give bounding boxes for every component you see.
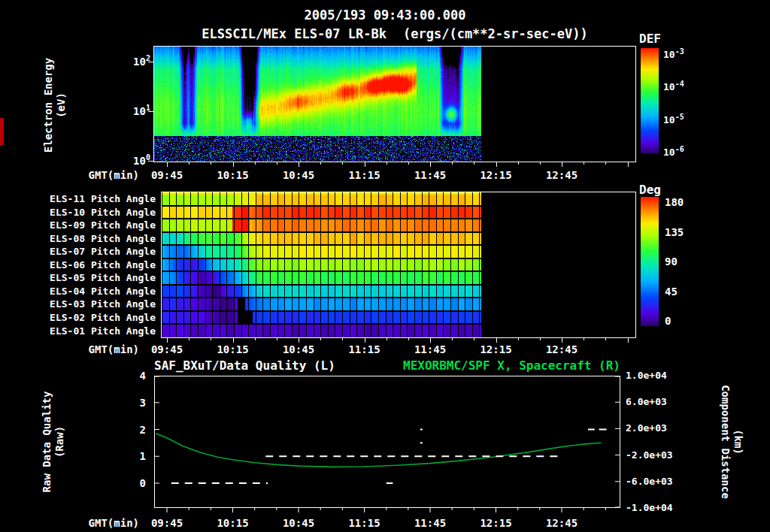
- left-edge-artifact: [0, 118, 4, 145]
- axis-tick: [518, 338, 519, 340]
- axis-tick: [255, 162, 256, 165]
- axis-tick: [342, 162, 343, 165]
- axis-tick: [540, 162, 541, 165]
- x-axis-label: GMT(min): [77, 169, 139, 181]
- pitch-row-label: ELS-06 Pitch Angle: [30, 259, 156, 271]
- axis-tick: [365, 338, 365, 343]
- axis-tick: [167, 162, 168, 167]
- energy-y-tick-label: 102: [117, 54, 150, 68]
- x-axis-label: GMT(min): [77, 517, 139, 529]
- axis-tick: [562, 338, 562, 343]
- axis-tick: [562, 162, 562, 167]
- axis-tick: [255, 338, 256, 340]
- raw-quality-axis-label-line1: Raw Data Quality: [41, 352, 53, 532]
- instrument-title: ELSSCIL/MEx ELS-07 LR-Bk: [202, 26, 387, 41]
- pitch-row-label: ELS-10 Pitch Angle: [30, 207, 156, 218]
- axis-tick: [233, 162, 234, 167]
- axis-tick: [628, 338, 629, 343]
- axis-tick: [211, 338, 211, 340]
- energy-y-tick-label: 101: [117, 104, 150, 117]
- colorbar-def-tick-label: 10-5: [663, 113, 704, 125]
- axis-tick: [320, 338, 321, 340]
- energy-axis-label-line1: Electron Energy: [42, 15, 55, 195]
- axis-tick: [277, 338, 277, 340]
- x-tick-label: 10:15: [200, 343, 266, 355]
- colorbar-deg-tick-label: 180: [665, 196, 695, 208]
- axis-tick: [474, 162, 474, 165]
- axis-tick: [605, 338, 606, 340]
- energy-y-tick-label: 100: [117, 153, 150, 167]
- units-label: (ergs/(cm**2-sr-sec-eV)): [403, 26, 588, 41]
- raw-axis-tick-label: 3: [126, 397, 146, 409]
- axis-tick: [584, 338, 584, 340]
- axis-tick: [605, 162, 606, 165]
- colorbar-deg-tick-label: 0: [665, 315, 695, 327]
- x-tick-label: 09:45: [134, 169, 200, 181]
- colorbar-deg-title: Deg: [639, 183, 684, 197]
- raw-axis-tick-label: 0: [126, 477, 146, 489]
- axis-tick: [452, 338, 453, 340]
- spectrogram-viewer: 2005/193 09:43:00.000 ELSSCIL/MEx ELS-07…: [0, 0, 770, 532]
- quality-dot: [420, 429, 423, 431]
- axis-tick: [148, 161, 154, 162]
- pitch-row-label: ELS-02 Pitch Angle: [30, 312, 156, 323]
- axis-tick: [148, 62, 154, 62]
- pitch-angle-canvas: [162, 192, 635, 337]
- x-tick-label: 11:45: [397, 517, 463, 529]
- distance-axis-tick-label: -2.0e+03: [626, 449, 686, 461]
- axis-tick: [299, 162, 299, 167]
- colorbar-def: [641, 48, 659, 153]
- axis-tick: [189, 162, 189, 165]
- x-tick-label: 12:45: [529, 517, 595, 529]
- pitch-row-label: ELS-05 Pitch Angle: [30, 272, 156, 283]
- axis-tick: [496, 338, 497, 343]
- colorbar-def-title: DEF: [639, 32, 684, 46]
- x-tick-label: 11:15: [332, 169, 398, 181]
- quality-distance-plot: [154, 376, 621, 515]
- pitch-row-label: ELS-01 Pitch Angle: [30, 325, 156, 337]
- left-axis-title: SAF_BXuT/Data Quality (L): [154, 358, 335, 373]
- component-distance-axis-label: (km) Component Distance: [719, 352, 744, 532]
- x-tick-label: 10:45: [265, 169, 332, 181]
- x-tick-label: 12:15: [463, 517, 529, 529]
- component-distance-axis-label-line2: (km): [732, 352, 744, 532]
- x-tick-label: 12:45: [529, 169, 595, 181]
- pitch-row-label: ELS-08 Pitch Angle: [30, 233, 156, 244]
- raw-quality-axis-label: Raw Data Quality (Raw): [41, 352, 66, 532]
- axis-tick: [628, 162, 629, 167]
- energy-axis-label-line2: (eV): [55, 15, 68, 195]
- axis-tick: [299, 338, 299, 343]
- raw-quality-axis-label-line2: (Raw): [53, 352, 66, 532]
- component-distance-axis-label-line1: Component Distance: [719, 352, 732, 532]
- x-tick-label: 12:15: [463, 343, 529, 355]
- axis-tick: [320, 162, 321, 165]
- raw-axis-tick-label: 4: [126, 370, 146, 382]
- axis-tick: [540, 338, 541, 340]
- axis-tick: [167, 338, 168, 343]
- pitch-row-label: ELS-04 Pitch Angle: [30, 286, 156, 297]
- axis-tick: [233, 338, 234, 343]
- x-tick-label: 10:15: [200, 169, 266, 181]
- colorbar-def-tick-label: 10-4: [663, 80, 704, 92]
- axis-tick: [211, 162, 211, 165]
- colorbar-deg: [641, 197, 659, 326]
- x-axis-label: GMT(min): [77, 343, 139, 355]
- axis-tick: [148, 111, 154, 112]
- axis-tick: [408, 162, 409, 165]
- pitch-row-label: ELS-03 Pitch Angle: [30, 298, 156, 310]
- energy-axis-label: Electron Energy (eV): [42, 15, 68, 195]
- distance-axis-tick-label: -1.0e+04: [626, 502, 686, 513]
- distance-axis-tick-label: 6.0e+03: [626, 396, 686, 407]
- distance-axis-tick-label: -6.0e+03: [626, 476, 686, 487]
- x-tick-label: 11:15: [332, 517, 398, 529]
- x-tick-label: 11:45: [397, 343, 463, 355]
- axis-tick: [365, 162, 365, 167]
- distance-curve: [156, 434, 601, 467]
- timestamp-title: 2005/193 09:43:00.000: [0, 8, 770, 23]
- axis-tick: [430, 162, 431, 167]
- x-tick-label: 11:15: [332, 343, 398, 355]
- x-tick-label: 12:15: [463, 169, 529, 181]
- axis-tick: [474, 338, 474, 340]
- axis-tick: [342, 338, 343, 340]
- axis-tick: [277, 162, 277, 165]
